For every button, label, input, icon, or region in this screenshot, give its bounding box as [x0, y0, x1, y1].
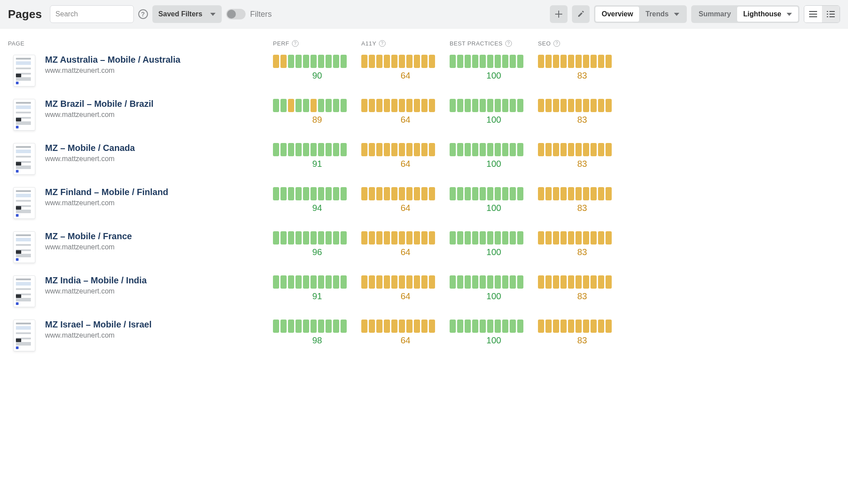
page-thumbnail[interactable] [13, 55, 35, 87]
tab-overview[interactable]: Overview [595, 7, 639, 22]
metric-a11y[interactable]: 64 [361, 55, 450, 81]
help-icon[interactable]: ? [292, 40, 299, 47]
metric-bar [429, 99, 435, 112]
page-title-link[interactable]: MZ – Mobile / Canada [45, 143, 135, 153]
page-thumbnail[interactable] [13, 275, 35, 307]
col-header-seo[interactable]: SEO? [538, 40, 626, 47]
page-thumbnail[interactable] [13, 320, 35, 351]
help-icon[interactable]: ? [379, 40, 386, 47]
compact-view-button[interactable] [822, 6, 840, 23]
metric-bp[interactable]: 100 [450, 320, 538, 346]
col-header-page[interactable]: PAGE [8, 40, 273, 47]
metric-bar [303, 320, 309, 333]
metric-bar [545, 231, 552, 244]
page-thumbnail[interactable] [13, 143, 35, 175]
metric-bar [487, 231, 493, 244]
help-icon[interactable]: ? [138, 9, 148, 19]
metric-bar [560, 55, 567, 68]
page-thumbnail[interactable] [13, 231, 35, 263]
col-header-bp[interactable]: BEST PRACTICES? [450, 40, 538, 47]
metric-seo[interactable]: 83 [538, 187, 626, 213]
metric-a11y[interactable]: 64 [361, 231, 450, 257]
metric-seo[interactable]: 83 [538, 231, 626, 257]
page-thumbnail[interactable] [13, 99, 35, 131]
metric-a11y[interactable]: 64 [361, 275, 450, 301]
metric-bar [399, 55, 405, 68]
metric-bar [487, 275, 493, 289]
metric-perf[interactable]: 98 [273, 320, 361, 346]
page-thumbnail[interactable] [13, 187, 35, 219]
metric-bar [288, 231, 294, 244]
metric-seo[interactable]: 83 [538, 143, 626, 169]
page-cell[interactable]: MZ – Mobile / Canada www.mattzeunert.com [8, 143, 273, 175]
metric-bar [310, 231, 317, 244]
metric-bp[interactable]: 100 [450, 55, 538, 81]
tab-summary[interactable]: Summary [693, 7, 737, 22]
page-cell[interactable]: MZ Finland – Mobile / Finland www.mattze… [8, 187, 273, 219]
metric-bp[interactable]: 100 [450, 143, 538, 169]
metric-bp[interactable]: 100 [450, 99, 538, 125]
edit-button[interactable] [572, 5, 590, 23]
metric-bar [457, 275, 463, 289]
rows-container: MZ Australia – Mobile / Australia www.ma… [8, 50, 840, 359]
metric-a11y[interactable]: 64 [361, 320, 450, 346]
page-cell[interactable]: MZ India – Mobile / India www.mattzeuner… [8, 275, 273, 307]
table-row: MZ Israel – Mobile / Israel www.mattzeun… [8, 315, 840, 359]
metric-bar [598, 55, 604, 68]
metric-bar [406, 320, 413, 333]
col-header-perf[interactable]: PERF? [273, 40, 361, 47]
page-title-link[interactable]: MZ India – Mobile / India [45, 275, 147, 286]
metric-bar [280, 231, 287, 244]
metric-seo[interactable]: 83 [538, 99, 626, 125]
table-row: MZ – Mobile / Canada www.mattzeunert.com… [8, 139, 840, 183]
metric-seo[interactable]: 83 [538, 320, 626, 346]
metric-bar [510, 320, 516, 333]
page-cell[interactable]: MZ Israel – Mobile / Israel www.mattzeun… [8, 320, 273, 351]
page-title-link[interactable]: MZ Finland – Mobile / Finland [45, 187, 168, 197]
page-title-link[interactable]: MZ Australia – Mobile / Australia [45, 55, 180, 65]
list-view-button[interactable] [804, 6, 822, 23]
metric-bar [583, 320, 589, 333]
metric-perf[interactable]: 91 [273, 143, 361, 169]
page-cell[interactable]: MZ – Mobile / France www.mattzeunert.com [8, 231, 273, 263]
metric-perf[interactable]: 90 [273, 55, 361, 81]
tab-trends[interactable]: Trends [639, 7, 685, 22]
page-cell[interactable]: MZ Brazil – Mobile / Brazil www.mattzeun… [8, 99, 273, 131]
metric-score: 64 [368, 335, 443, 346]
metric-perf[interactable]: 91 [273, 275, 361, 301]
metric-perf[interactable]: 94 [273, 187, 361, 213]
metric-a11y[interactable]: 64 [361, 143, 450, 169]
col-header-a11y[interactable]: A11Y? [361, 40, 450, 47]
metric-bp[interactable]: 100 [450, 231, 538, 257]
help-icon[interactable]: ? [505, 40, 512, 47]
metric-bar [361, 320, 367, 333]
metric-perf[interactable]: 89 [273, 99, 361, 125]
metric-bar [510, 187, 516, 200]
add-button[interactable] [550, 5, 568, 23]
metric-bp[interactable]: 100 [450, 275, 538, 301]
page-cell[interactable]: MZ Australia – Mobile / Australia www.ma… [8, 55, 273, 87]
metric-bar [606, 187, 612, 200]
metric-bar [310, 187, 317, 200]
saved-filters-button[interactable]: Saved Filters [152, 5, 222, 23]
page-title-link[interactable]: MZ – Mobile / France [45, 231, 132, 241]
metric-a11y[interactable]: 64 [361, 187, 450, 213]
metric-bp[interactable]: 100 [450, 187, 538, 213]
metric-perf[interactable]: 96 [273, 231, 361, 257]
metric-a11y[interactable]: 64 [361, 99, 450, 125]
page-title-link[interactable]: MZ Brazil – Mobile / Brazil [45, 99, 154, 109]
pencil-icon [577, 11, 584, 18]
filters-toggle[interactable] [226, 9, 246, 19]
metric-bar [502, 55, 508, 68]
metric-bar [369, 187, 375, 200]
metric-bars [538, 143, 612, 156]
metric-bar [480, 320, 486, 333]
search-input[interactable] [50, 5, 134, 23]
metric-seo[interactable]: 83 [538, 55, 626, 81]
tab-lighthouse[interactable]: Lighthouse [737, 7, 798, 22]
metric-bar [318, 275, 324, 289]
metric-bar [384, 275, 390, 289]
metric-seo[interactable]: 83 [538, 275, 626, 301]
page-title-link[interactable]: MZ Israel – Mobile / Israel [45, 320, 151, 330]
help-icon[interactable]: ? [553, 40, 560, 47]
